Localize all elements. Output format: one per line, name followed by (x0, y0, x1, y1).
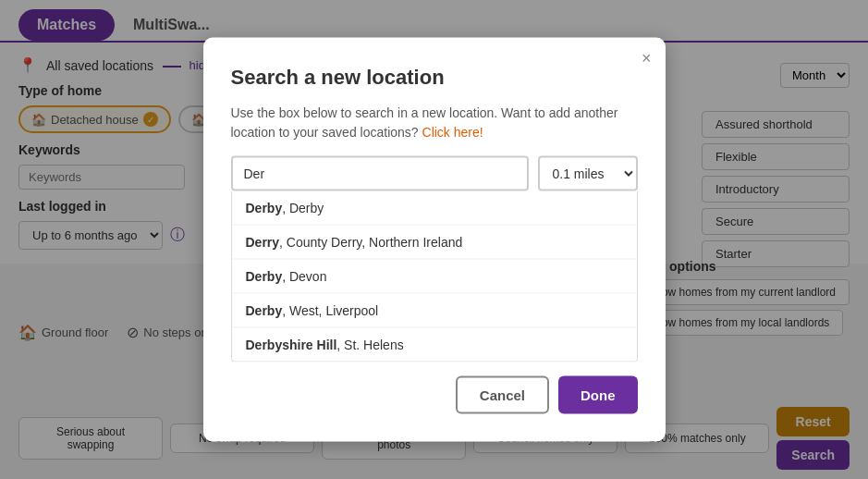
suggestion-bold-4: Derby (246, 303, 283, 318)
modal-click-here-link[interactable]: Click here! (422, 125, 483, 140)
modal-title: Search a new location (231, 66, 638, 90)
modal-cancel-button[interactable]: Cancel (456, 376, 549, 414)
suggestion-derby-derby[interactable]: Derby, Derby (232, 191, 637, 226)
suggestion-bold-3: Derby (246, 269, 283, 284)
modal-description: Use the box below to search in a new loc… (231, 104, 638, 142)
suggestion-derry-ni[interactable]: Derry, County Derry, Northern Ireland (232, 226, 637, 260)
search-input-row: 0.1 miles 0.25 miles 0.5 miles 1 mile 3 … (231, 156, 638, 191)
modal-actions: Cancel Done (231, 376, 638, 414)
suggestion-rest-2: , County Derry, Northern Ireland (279, 235, 462, 250)
modal-done-button[interactable]: Done (558, 376, 638, 414)
search-location-modal: × Search a new location Use the box belo… (203, 38, 666, 442)
suggestion-rest-4: , West, Liverpool (282, 303, 378, 318)
suggestion-bold-5: Derbyshire Hill (246, 338, 337, 352)
suggestion-bold-2: Derry (246, 235, 280, 250)
suggestion-derbyshire-hill[interactable]: Derbyshire Hill, St. Helens (232, 328, 637, 362)
location-search-input[interactable] (231, 156, 529, 191)
suggestion-rest-5: , St. Helens (336, 338, 403, 352)
suggestion-derby-west[interactable]: Derby, West, Liverpool (232, 294, 637, 328)
suggestion-rest-3: , Devon (282, 269, 326, 284)
suggestion-rest-1: , Derby (282, 201, 324, 215)
modal-close-button[interactable]: × (642, 49, 652, 68)
suggestion-bold-1: Derby (246, 201, 283, 215)
miles-select[interactable]: 0.1 miles 0.25 miles 0.5 miles 1 mile 3 … (538, 156, 638, 191)
suggestion-derby-devon[interactable]: Derby, Devon (232, 260, 637, 294)
suggestions-dropdown: Derby, Derby Derry, County Derry, Northe… (231, 191, 638, 362)
